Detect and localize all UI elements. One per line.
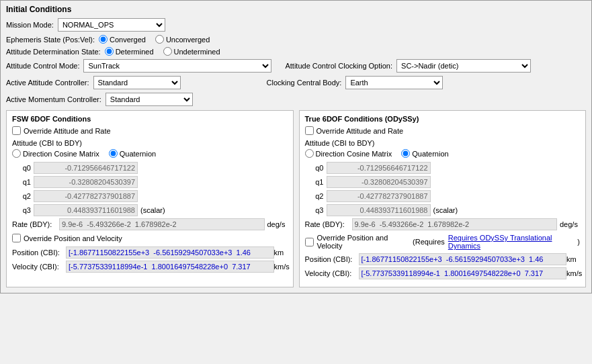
- true-q2-row: q2: [305, 190, 581, 202]
- true-q2-label: q2: [312, 192, 324, 200]
- determined-label: Determined: [116, 48, 154, 56]
- fsw-q0-row: q0: [12, 162, 288, 174]
- true-override-pos-row: Override Position and Velocity (Requires…: [305, 234, 581, 250]
- converged-radio-item: Converged: [99, 35, 146, 44]
- true-rate-input[interactable]: [352, 218, 558, 230]
- fsw-q1-input[interactable]: [34, 176, 138, 188]
- true-pos-label: Position (CBI):: [305, 255, 359, 263]
- fsw-vel-input[interactable]: [66, 261, 274, 273]
- att-det-radio-group: Determined Undetermined: [105, 47, 220, 56]
- true-quat-label: Quaternion: [412, 150, 448, 158]
- fsw-q2-label: q2: [19, 192, 31, 200]
- fsw-rate-label: Rate (BDY):: [12, 220, 59, 228]
- fsw-rate-unit: deg/s: [267, 220, 288, 228]
- converged-label: Converged: [110, 36, 146, 44]
- true-vel-row: Velocity (CBI): km/s: [305, 267, 581, 279]
- true-q1-label: q1: [312, 178, 324, 186]
- fsw-quat-label: Quaternion: [120, 150, 156, 158]
- fsw-override-attitude-row: Override Attitude and Rate: [12, 126, 288, 135]
- true-q3-row: q3 (scalar): [305, 204, 581, 216]
- fsw-q2-input[interactable]: [34, 190, 138, 202]
- fsw-pos-unit: km: [274, 248, 288, 257]
- section-title: Initial Conditions: [6, 5, 586, 14]
- converged-radio[interactable]: [99, 35, 108, 44]
- fsw-override-pos-label: Override Position and Velocity: [24, 234, 122, 242]
- true-override-attitude-label: Override Attitude and Rate: [316, 127, 404, 135]
- true-rate-unit: deg/s: [560, 220, 580, 228]
- true-override-pos-checkbox[interactable]: [305, 238, 314, 246]
- true-q3-label: q3: [312, 206, 324, 214]
- true-panel-title: True 6DOF Conditions (ODySSy): [305, 115, 581, 123]
- true-dcm-radio-item: Direction Cosine Matrix: [305, 149, 392, 158]
- true-q3-input[interactable]: [327, 204, 431, 216]
- fsw-vel-row: Velocity (CBI): km/s: [12, 261, 288, 273]
- unconverged-radio[interactable]: [155, 35, 164, 44]
- true-override-pos-close: ): [577, 238, 580, 246]
- fsw-q3-input[interactable]: [34, 204, 138, 216]
- true-pos-input[interactable]: [359, 253, 567, 265]
- undetermined-radio-item: Undetermined: [163, 47, 220, 56]
- fsw-vel-unit: km/s: [274, 263, 288, 271]
- true-odyssy-link[interactable]: Requires ODySSy Translational Dynamics: [448, 234, 575, 250]
- two-panels: FSW 6DOF Conditions Override Attitude an…: [6, 110, 586, 287]
- true-q0-input[interactable]: [327, 162, 431, 174]
- fsw-q3-row: q3 (scalar): [12, 204, 288, 216]
- ephemeris-label: Ephemeris State (Pos:Vel):: [6, 36, 95, 44]
- true-scalar-label: (scalar): [433, 206, 458, 214]
- fsw-q2-row: q2: [12, 190, 288, 202]
- fsw-pos-label: Position (CBI):: [12, 248, 66, 257]
- active-mom-label: Active Momentum Controller:: [6, 95, 101, 103]
- unconverged-label: Unconverged: [166, 36, 210, 44]
- att-det-row: Attitude Determination State: Determined…: [6, 47, 586, 56]
- active-mom-ctrl-select[interactable]: Standard: [105, 93, 193, 106]
- att-ctrl-mode-select[interactable]: SunTrack: [83, 59, 271, 73]
- fsw-quat-radio[interactable]: [109, 149, 118, 158]
- true-override-attitude-checkbox[interactable]: [305, 126, 314, 135]
- fsw-override-pos-checkbox[interactable]: [12, 234, 21, 242]
- mission-mode-select[interactable]: NORMAL_OPS: [58, 18, 165, 32]
- true-quat-radio[interactable]: [401, 149, 410, 158]
- clocking-central-body-select[interactable]: Earth: [345, 76, 443, 89]
- fsw-q0-input[interactable]: [34, 162, 138, 174]
- att-ctrl-clocking-group: Attitude Control Clocking Option: SC->Na…: [285, 59, 531, 73]
- true-dcm-radio[interactable]: [305, 149, 314, 158]
- true-vel-input[interactable]: [359, 267, 567, 279]
- true-q2-input[interactable]: [327, 190, 431, 202]
- att-ctrl-clocking-label: Attitude Control Clocking Option:: [285, 62, 392, 70]
- true-dcm-label: Direction Cosine Matrix: [316, 150, 392, 158]
- true-pos-row: Position (CBI): km: [305, 253, 581, 265]
- clocking-body-group: Clocking Central Body: Earth: [267, 76, 443, 89]
- undetermined-radio[interactable]: [163, 47, 172, 56]
- fsw-attitude-label: Attitude (CBI to BDY): [12, 139, 288, 147]
- true-quat-radio-item: Quaternion: [401, 149, 448, 158]
- fsw-override-attitude-label: Override Attitude and Rate: [24, 127, 111, 135]
- fsw-q3-label: q3: [19, 206, 31, 214]
- fsw-quat-radio-item: Quaternion: [109, 149, 156, 158]
- fsw-panel-title: FSW 6DOF Conditions: [12, 115, 288, 123]
- fsw-pos-input[interactable]: [66, 246, 274, 259]
- att-ctrl-mode-label: Attitude Control Mode:: [6, 62, 79, 70]
- fsw-q0-label: q0: [19, 164, 31, 172]
- fsw-override-attitude-checkbox[interactable]: [12, 126, 21, 135]
- fsw-scalar-label: (scalar): [140, 206, 165, 214]
- true-q1-input[interactable]: [327, 176, 431, 188]
- true-q0-row: q0: [305, 162, 581, 174]
- att-ctrl-clocking-select[interactable]: SC->Nadir (detic): [396, 59, 531, 73]
- active-mom-row: Active Momentum Controller: Standard: [6, 93, 586, 106]
- ephemeris-row: Ephemeris State (Pos:Vel): Converged Unc…: [6, 35, 586, 44]
- true-attitude-label: Attitude (CBI to BDY): [305, 139, 581, 147]
- true-panel: True 6DOF Conditions (ODySSy) Override A…: [299, 110, 587, 287]
- fsw-rate-input[interactable]: [59, 218, 265, 230]
- fsw-dcm-radio-item: Direction Cosine Matrix: [12, 149, 99, 158]
- fsw-pos-row: Position (CBI): km: [12, 246, 288, 259]
- true-rate-row: Rate (BDY): deg/s: [305, 218, 581, 230]
- fsw-rate-row: Rate (BDY): deg/s: [12, 218, 288, 230]
- att-ctrl-clocking-row: Attitude Control Mode: SunTrack Attitude…: [6, 59, 586, 73]
- att-ctrl-mode-group: Attitude Control Mode: SunTrack: [6, 59, 271, 73]
- fsw-vel-label: Velocity (CBI):: [12, 263, 66, 271]
- determined-radio[interactable]: [105, 47, 114, 56]
- active-att-ctrl-select[interactable]: Standard: [93, 76, 181, 89]
- att-det-label: Attitude Determination State:: [6, 48, 101, 56]
- true-override-attitude-row: Override Attitude and Rate: [305, 126, 581, 135]
- fsw-dcm-radio[interactable]: [12, 149, 21, 158]
